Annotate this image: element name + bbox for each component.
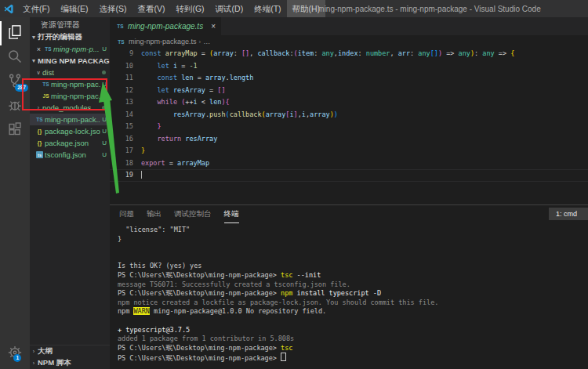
chevron-right-icon: › [30,349,38,354]
menu-help[interactable]: 帮助(H) [287,0,326,17]
file-row-package-json[interactable]: {}package.jsonU [30,137,110,149]
manage-badge: 1 [13,354,21,363]
debug-icon [7,97,23,116]
menu-file[interactable]: 文件(F) [17,0,55,17]
activitybar-extensions[interactable] [0,118,30,143]
menu-terminal[interactable]: 终端(T) [249,0,286,17]
terminal[interactable]: "license": "MIT"}Is this OK? (yes) yesPS… [110,225,588,369]
breadcrumb-symbol[interactable]: … [203,38,210,45]
code-line-9: 9const arrayMap = (array: [], callback:(… [110,48,588,60]
section-label: NPM 脚本 [38,358,71,368]
activitybar-search[interactable] [0,45,30,70]
line-content: while (++i < len){ [141,96,230,109]
sidebar-section-item[interactable]: ›大纲 [30,345,110,357]
js-file-icon: JS [41,93,51,99]
code-editor[interactable]: 9const arrayMap = (array: [], callback:(… [110,48,588,204]
file-row-package-lock-json[interactable]: {}package-lock.jsonU [30,125,110,137]
close-editor-icon[interactable]: × [34,45,43,53]
title-bar: 文件(F)编辑(E)选择(S)查看(V)转到(G)调试(D)终端(T)帮助(H)… [0,0,588,17]
activitybar-explorer[interactable] [0,21,30,45]
git-untracked-badge: U [102,116,107,123]
sidebar-section-npm[interactable]: ›NPM 脚本 [30,357,110,369]
activitybar-debug[interactable] [0,94,30,118]
line-number: 19 [110,169,141,182]
file-row-ming-npm-p[interactable]: ×TSming-npm-p...U [30,43,110,55]
file-row-dist[interactable]: ∨dist [30,67,110,78]
line-number: 16 [110,133,141,146]
code-line-19: 19 [110,169,588,182]
menu-debug[interactable]: 调试(D) [210,0,249,17]
terminal-row-11 [118,317,588,326]
vscode-logo-icon [0,4,17,14]
explorer-icon [7,24,23,43]
extensions-icon [7,121,23,140]
terminal-row-14: PS C:\Users\珉\Desktop\ming-npm-package> … [118,344,588,353]
panel-tab-debug-console[interactable]: 调试控制台 [174,205,212,222]
menu-go[interactable]: 转到(G) [170,0,209,17]
line-content: const arrayMap = (array: [], callback:(i… [141,48,514,60]
panel-tabs: 问题输出调试控制台终端 [119,205,252,223]
explorer-sidebar: 资源管理器 ▼ 打开的编辑器 ×TSming-npm-p...U ▼ MING … [30,17,110,369]
terminal-row-15: PS C:\Users\珉\Desktop\ming-npm-package> [118,353,588,362]
line-content: export = arrayMap [141,157,209,170]
terminal-shell-selector[interactable]: 1: cmd [549,208,588,220]
panel-tab-terminal[interactable]: 终端 [224,205,239,223]
file-row-ming-npm-pac[interactable]: TSming-npm-pac...U [30,78,110,90]
terminal-row-1: "license": "MIT" [118,226,588,235]
breadcrumb-file[interactable]: ming-npm-package.ts [129,38,197,45]
line-number: 17 [110,145,141,157]
code-line-18: 18export = arrayMap [110,157,588,170]
tsconfig-file-icon: ts [36,151,43,158]
file-label: ming-npm-pack... [45,115,100,124]
line-number: 15 [110,121,141,133]
tab-ming-npm-package-ts[interactable]: TS ming-npm-package.ts × [110,17,221,35]
file-label: package-lock.json [45,127,100,136]
file-label: ming-npm-p... [53,45,100,53]
bottom-panel: 问题输出调试控制台终端 1: cmd "license": "MIT"}Is t… [110,204,588,369]
manage-button[interactable]: 1 [7,344,23,364]
panel-tab-output[interactable]: 输出 [147,205,162,222]
project-name-label: MING NPM PACKAGE [38,56,110,65]
menubar: 文件(F)编辑(E)选择(S)查看(V)转到(G)调试(D)终端(T)帮助(H) [17,0,325,17]
close-tab-icon[interactable]: × [211,22,216,31]
ts-file-icon: TS [43,46,53,52]
line-content: let i = -1 [141,60,198,73]
file-label: ming-npm-pac... [51,92,100,100]
line-content: return resArray [141,133,217,146]
terminal-row-5: Is this OK? (yes) yes [118,262,588,271]
line-content: } [141,121,162,133]
file-row-ming-npm-pac[interactable]: JSming-npm-pac...U [30,90,110,102]
file-label: ming-npm-pac... [51,80,100,89]
panel-tab-problems[interactable]: 问题 [119,205,134,222]
code-line-14: 14 resArray.push(callback(array[i],i,arr… [110,109,588,121]
editor-area: TS ming-npm-package.ts × TS ming-npm-pac… [110,17,588,369]
line-number: 12 [110,85,141,97]
git-modified-dot-icon [102,71,106,74]
terminal-row-3 [118,244,588,253]
menu-edit[interactable]: 编辑(E) [55,0,93,17]
file-row-ming-npm-pack[interactable]: TSming-npm-pack...U [30,114,110,125]
activitybar-source-control[interactable]: 287 [0,70,30,94]
chevron-down-icon: ∨ [34,70,42,76]
code-line-17: 17} [110,145,588,157]
tab-label: ming-npm-package.ts [128,22,203,31]
terminal-row-13: added 1 package from 1 contributor in 5.… [118,335,588,344]
file-label: dist [42,68,100,77]
terminal-row-12: + typescript@3.7.5 [118,326,588,335]
project-header[interactable]: ▼ MING NPM PACKAGE [30,55,110,67]
file-row-tsconfig-json[interactable]: tstsconfig.jsonU [30,149,110,161]
line-content [141,169,142,182]
panel-header: 问题输出调试控制台终端 1: cmd [110,205,588,225]
terminal-row-4 [118,253,588,262]
open-editors-list: ×TSming-npm-p...U [30,43,110,55]
git-modified-dot-icon [102,106,106,110]
vscode-window: 文件(F)编辑(E)选择(S)查看(V)转到(G)调试(D)终端(T)帮助(H)… [0,0,588,369]
breadcrumb[interactable]: TS ming-npm-package.ts › … [110,35,588,48]
file-row-node-modules[interactable]: ›node_modules [30,102,110,114]
line-content: let resArray = [] [141,85,226,97]
code-line-11: 11 const len = array.length [110,72,588,85]
menu-selection[interactable]: 选择(S) [93,0,132,17]
ts-file-icon: TS [116,39,126,45]
open-editors-header[interactable]: ▼ 打开的编辑器 [30,31,110,43]
menu-view[interactable]: 查看(V) [132,0,170,17]
